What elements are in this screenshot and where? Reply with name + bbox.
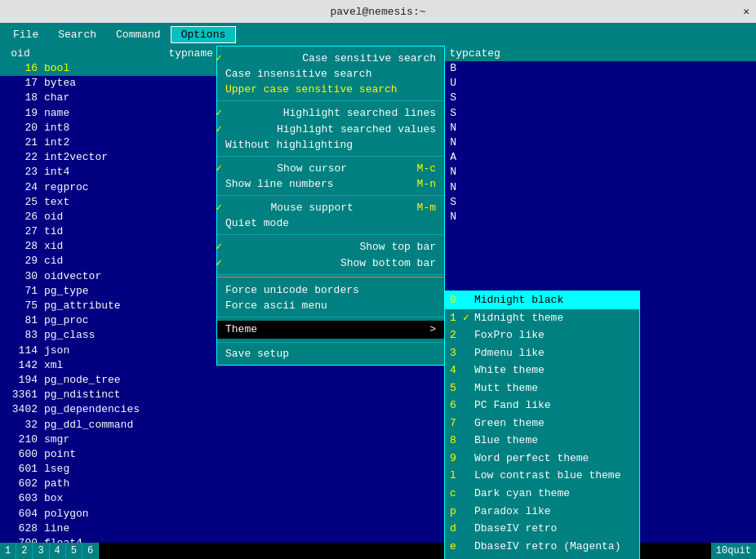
left-table-row[interactable]: 22int2vector [0, 150, 216, 165]
shortcut-mouse: M-m [417, 202, 436, 214]
status-num-4[interactable]: 4 [50, 543, 66, 559]
left-table-row[interactable]: 628line [0, 521, 216, 536]
left-table-row[interactable]: 603box [0, 491, 216, 506]
left-table-row[interactable]: 114json [0, 344, 216, 358]
cell-oid: 18 [0, 91, 41, 105]
left-table-row[interactable]: 3402pg_dependencies [0, 402, 216, 417]
theme-num: 2 [450, 328, 463, 343]
left-table-row[interactable]: 71pg_type [0, 284, 216, 299]
left-table-row[interactable]: 32pg_ddl_command [0, 418, 216, 433]
close-button[interactable]: ✕ [743, 5, 749, 18]
theme-option[interactable]: r Red white theme [445, 555, 639, 559]
opt-highlight-lines[interactable]: Highlight searched lines [217, 104, 444, 121]
left-table-row[interactable]: 30oidvector [0, 269, 216, 284]
opt-highlight-values[interactable]: Highlight searched values [217, 121, 444, 137]
left-table-row[interactable]: 81pg_proc [0, 313, 216, 328]
left-table-row[interactable]: 25text [0, 195, 216, 210]
theme-section: Theme > [217, 317, 444, 343]
left-table-row[interactable]: 28xid [0, 239, 216, 254]
left-table-row[interactable]: 24regproc [0, 180, 216, 195]
theme-option[interactable]: 1 ✓ Midnight theme [445, 309, 639, 327]
border-section: Force unicode borders Force ascii menu [217, 279, 444, 317]
theme-option[interactable]: 4 White theme [445, 362, 639, 379]
theme-option[interactable]: 6 PC Fand like [445, 397, 639, 415]
left-table-row[interactable]: 26oid [0, 210, 216, 224]
menu-command[interactable]: Command [106, 27, 171, 42]
opt-force-ascii[interactable]: Force ascii menu [217, 298, 444, 313]
menu-file[interactable]: File [3, 27, 48, 42]
theme-name-label: Blue theme [474, 433, 634, 448]
left-table-row[interactable]: 27tid [0, 224, 216, 239]
theme-option[interactable]: 0 Midnight black [445, 291, 639, 309]
status-num-1[interactable]: 1 [0, 543, 16, 559]
theme-arrow: > [429, 322, 436, 337]
theme-option[interactable]: e DbaseIV retro (Magenta) [445, 538, 639, 556]
theme-option[interactable]: 8 Blue theme [445, 432, 639, 450]
cell-typname: polygon [41, 507, 216, 521]
cell-oid: 600 [0, 447, 41, 462]
status-num-2[interactable]: 2 [16, 543, 33, 559]
left-table-row[interactable]: 83pg_class [0, 328, 216, 343]
cell-oid: 142 [0, 358, 41, 373]
left-table-row[interactable]: 23int4 [0, 165, 216, 180]
left-table-row[interactable]: 700float4 [0, 536, 216, 543]
left-table-row[interactable]: 16bool [0, 61, 216, 76]
opt-mouse-support[interactable]: Mouse support M-m [217, 199, 444, 215]
highlight-section: Highlight searched lines Highlight searc… [217, 101, 444, 157]
status-num-3[interactable]: 3 [33, 543, 49, 559]
opt-case-sensitive[interactable]: Case sensitive search [217, 50, 444, 66]
save-section: Save setup [217, 343, 444, 365]
theme-option[interactable]: c Dark cyan theme [445, 485, 639, 503]
left-table-row[interactable]: 19name [0, 106, 216, 121]
left-table-header: oid typname [0, 46, 216, 61]
status-num-6[interactable]: 6 [82, 543, 99, 559]
theme-num: 0 [450, 293, 463, 308]
status-quit[interactable]: 10 quit [711, 543, 756, 559]
theme-option[interactable]: l Low contrast blue theme [445, 467, 639, 485]
left-table-row[interactable]: 604polygon [0, 507, 216, 521]
opt-quiet-mode[interactable]: Quiet mode [217, 215, 444, 231]
theme-num: d [450, 521, 463, 536]
status-num-5[interactable]: 5 [66, 543, 82, 559]
theme-option[interactable]: 9 Word perfect theme [445, 450, 639, 468]
left-table-row[interactable]: 18char [0, 91, 216, 105]
cell-typname: pg_node_tree [41, 373, 216, 388]
opt-case-insensitive[interactable]: Case insensitive search [217, 66, 444, 82]
theme-option[interactable]: 5 Mutt theme [445, 379, 639, 397]
left-table-row[interactable]: 3361pg_ndistinct [0, 388, 216, 402]
opt-save-setup[interactable]: Save setup [217, 346, 444, 362]
menu-search[interactable]: Search [48, 27, 106, 42]
opt-upper-case[interactable]: Upper case sensitive search [217, 82, 444, 97]
theme-option[interactable]: 2 FoxPro like [445, 326, 639, 344]
bar-section: Show top bar Show bottom bar [217, 235, 444, 275]
opt-no-highlight[interactable]: Without highlighting [217, 137, 444, 153]
opt-show-top-bar[interactable]: Show top bar [217, 238, 444, 255]
left-table-row[interactable]: 600point [0, 447, 216, 462]
window-title: pavel@nemesis:~ [330, 6, 425, 18]
left-table-row[interactable]: 17bytea [0, 76, 216, 91]
opt-show-cursor[interactable]: Show cursor M-c [217, 160, 444, 176]
left-table-row[interactable]: 194pg_node_tree [0, 373, 216, 388]
left-table-row[interactable]: 21int2 [0, 135, 216, 150]
theme-option[interactable]: p Paradox like [445, 503, 639, 521]
theme-option[interactable]: 3 Pdmenu like [445, 344, 639, 362]
theme-option[interactable]: 7 Green theme [445, 415, 639, 433]
menu-options[interactable]: Options [171, 26, 237, 43]
cursor-section: Show cursor M-c Show line numbers M-n [217, 157, 444, 196]
status-bar: 1 2 3 4 5 6 10 quit [0, 543, 756, 559]
opt-show-line-numbers[interactable]: Show line numbers M-n [217, 176, 444, 192]
left-table-row[interactable]: 20int8 [0, 121, 216, 135]
theme-option[interactable]: d DbaseIV retro [445, 520, 639, 538]
left-table-row[interactable]: 29cid [0, 254, 216, 268]
cell-oid: 25 [0, 195, 41, 210]
left-table-row[interactable]: 210smgr [0, 433, 216, 447]
left-table-row[interactable]: 602path [0, 477, 216, 491]
opt-theme[interactable]: Theme > [217, 321, 444, 339]
theme-name-label: White theme [474, 363, 634, 378]
left-table-row[interactable]: 601lseg [0, 462, 216, 477]
opt-force-unicode[interactable]: Force unicode borders [217, 282, 444, 298]
left-table-row[interactable]: 75pg_attribute [0, 299, 216, 313]
opt-show-bottom-bar[interactable]: Show bottom bar [217, 255, 444, 271]
search-section: Case sensitive search Case insensitive s… [217, 47, 444, 101]
left-table-row[interactable]: 142xml [0, 358, 216, 373]
